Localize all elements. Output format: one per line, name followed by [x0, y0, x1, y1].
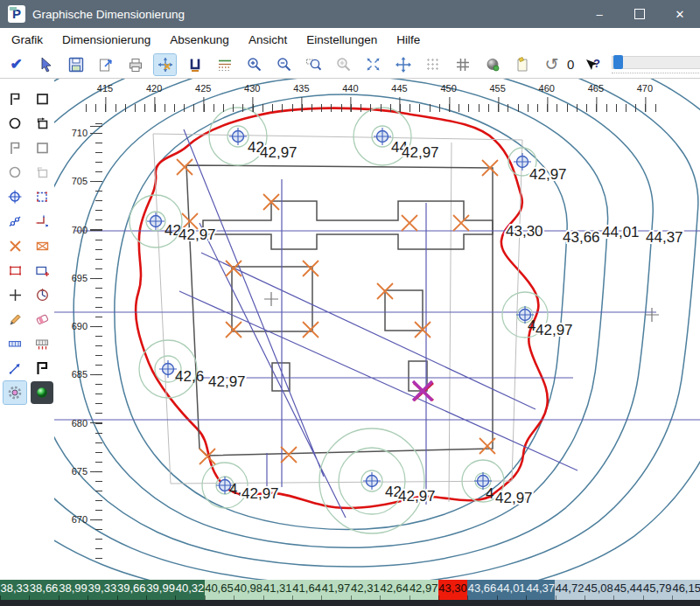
- render-sphere-button[interactable]: [481, 54, 503, 75]
- tool-point-target[interactable]: [4, 185, 26, 208]
- svg-text:44,01: 44,01: [602, 224, 640, 240]
- save-button[interactable]: [65, 54, 87, 75]
- undo-count: 0: [567, 57, 574, 72]
- pile-marker: [319, 428, 424, 533]
- print-button[interactable]: [124, 54, 146, 75]
- tool-add-rect[interactable]: [31, 259, 53, 282]
- svg-text:42,97: 42,97: [495, 490, 533, 506]
- tool-edit-flag[interactable]: [4, 136, 26, 159]
- tool-rect-points[interactable]: [31, 234, 53, 257]
- floppy-disk-icon: [68, 57, 84, 73]
- tool-edit-circle[interactable]: [4, 161, 26, 184]
- menu-grafik[interactable]: Grafik: [0, 33, 52, 46]
- zoom-previous-button[interactable]: [332, 54, 354, 75]
- vertical-ruler-ticks: [90, 123, 102, 565]
- maximize-icon: [634, 9, 645, 19]
- h-ruler-label: 450: [424, 83, 473, 94]
- tool-settings-gear[interactable]: [4, 381, 26, 404]
- select-cursor-button[interactable]: [35, 54, 57, 75]
- dimension-lines: [54, 129, 700, 518]
- h-ruler-label: 470: [620, 83, 669, 94]
- title-bar: P Graphische Dimensionierung – ✕: [0, 0, 700, 28]
- rotate-rect-gray-icon: [34, 164, 50, 180]
- u-profile-button[interactable]: [184, 54, 206, 75]
- tool-draw-rectangle[interactable]: [31, 87, 53, 110]
- tool-draw-circle[interactable]: [4, 112, 26, 135]
- svg-text:42,97: 42,97: [402, 144, 439, 161]
- render-sphere-icon: [485, 57, 500, 73]
- svg-text:43,30: 43,30: [506, 223, 543, 240]
- tool-bold-flag[interactable]: [31, 357, 53, 380]
- drawing-surface[interactable]: 4242,97 4442,97 42,97 42,42,97 42,642,97…: [54, 79, 700, 580]
- tool-crosshair[interactable]: [4, 283, 26, 306]
- close-button[interactable]: ✕: [660, 0, 700, 28]
- notes-icon: [514, 57, 530, 73]
- pan-button[interactable]: [392, 54, 414, 75]
- toolbar: ✔ ↺ 0 ?: [0, 51, 700, 79]
- h-ruler-label: 420: [130, 83, 178, 94]
- undo-button[interactable]: ↺: [541, 54, 563, 75]
- h-ruler-label: 465: [571, 83, 620, 94]
- soil-layers-button[interactable]: [214, 54, 235, 75]
- tool-selection-region[interactable]: [31, 185, 53, 208]
- tool-time-step[interactable]: [31, 283, 53, 306]
- v-ruler-label: 670: [66, 495, 88, 543]
- notes-button[interactable]: [511, 54, 533, 75]
- menu-dimensionierung[interactable]: Dimensionierung: [52, 33, 160, 46]
- context-help-button[interactable]: ?: [582, 54, 604, 75]
- tool-dimension-ticks[interactable]: [31, 332, 53, 355]
- tool-section-line[interactable]: [4, 210, 26, 233]
- grid-lines-icon: [455, 57, 471, 73]
- x-marker-tool-icon: [7, 238, 23, 254]
- menu-absenkung[interactable]: Absenkung: [160, 33, 239, 46]
- zoom-window-button[interactable]: [303, 54, 325, 75]
- arrow-tool-icon: [7, 360, 23, 376]
- apply-check-button[interactable]: ✔: [5, 54, 27, 75]
- tool-edit-rotate-rect[interactable]: [31, 161, 53, 184]
- fit-view-button[interactable]: [362, 54, 384, 75]
- undo-icon: ↺: [545, 56, 559, 73]
- pile-markers: [130, 108, 548, 533]
- label-ticks-tool-icon: [34, 336, 50, 352]
- slider-track[interactable]: [612, 56, 700, 69]
- zoom-out-button[interactable]: [273, 54, 295, 75]
- plus-marks: [264, 292, 659, 322]
- zoom-slider[interactable]: [612, 56, 700, 73]
- dashed-square-tool-icon: [34, 189, 50, 205]
- slider-handle[interactable]: [613, 55, 623, 69]
- drawing-canvas[interactable]: 4242,97 4442,97 42,97 42,42,97 42,642,97…: [54, 79, 700, 580]
- zoom-out-icon: [276, 56, 292, 73]
- svg-text:42,97: 42,97: [529, 166, 567, 183]
- tool-edit-rectangle[interactable]: [31, 136, 53, 159]
- tool-vector-arrow[interactable]: [4, 357, 26, 380]
- tool-rotate-rectangle[interactable]: [31, 112, 53, 135]
- u-profile-icon: [187, 57, 203, 73]
- tool-corner-snap[interactable]: [31, 210, 53, 233]
- horizontal-ruler: 415420425430435440445450455460465470: [80, 83, 669, 94]
- check-icon: ✔: [10, 57, 22, 72]
- tool-render-ball[interactable]: [31, 381, 53, 404]
- zoom-in-button[interactable]: [243, 54, 265, 75]
- tool-delete-point[interactable]: [4, 234, 26, 257]
- tool-eraser[interactable]: [31, 308, 53, 331]
- tool-dimension-label[interactable]: [4, 332, 26, 355]
- menu-einstellungen[interactable]: Einstellungen: [297, 33, 387, 46]
- svg-text:42,97: 42,97: [260, 144, 298, 161]
- minimize-button[interactable]: –: [579, 0, 620, 28]
- svg-text:42,97: 42,97: [398, 488, 436, 505]
- move-node-button[interactable]: [154, 54, 176, 75]
- help-cursor-icon: ?: [584, 56, 601, 73]
- svg-text:43,66: 43,66: [563, 229, 600, 246]
- h-ruler-label: 440: [326, 83, 374, 94]
- menu-ansicht[interactable]: Ansicht: [239, 33, 297, 46]
- tool-select-rect[interactable]: [4, 259, 26, 282]
- grid-lines-button[interactable]: [452, 54, 473, 75]
- grid-dots-button[interactable]: [422, 54, 444, 75]
- h-ruler-label: 430: [228, 83, 276, 94]
- tool-draw-flag[interactable]: [4, 87, 26, 110]
- menu-hilfe[interactable]: Hilfe: [387, 33, 430, 46]
- maximize-button[interactable]: [620, 0, 660, 28]
- tool-draw-pencil[interactable]: [4, 308, 26, 331]
- export-button[interactable]: [94, 54, 116, 75]
- gear-icon: [6, 384, 24, 401]
